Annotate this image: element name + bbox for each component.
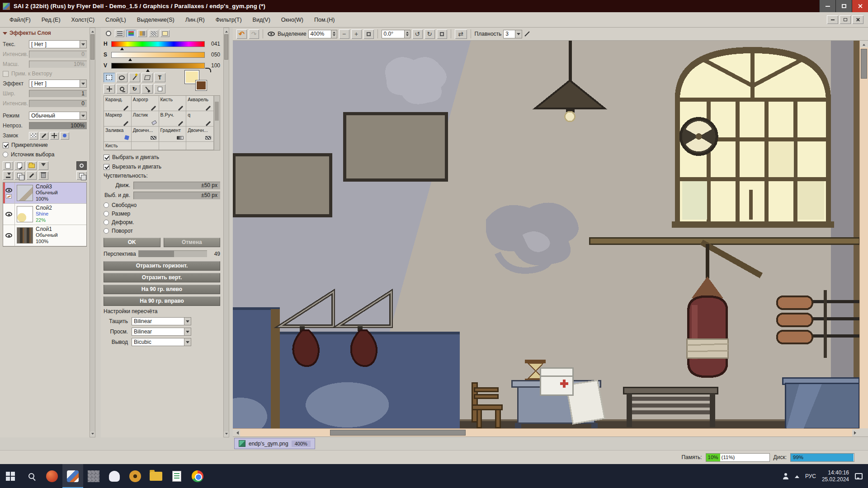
language-indicator[interactable]: РУС bbox=[805, 473, 816, 479]
swatches-tab[interactable] bbox=[149, 30, 158, 37]
view-resample-select[interactable]: Bilinear bbox=[132, 328, 191, 336]
saturation-slider[interactable] bbox=[111, 52, 205, 58]
secondary-color-swatch[interactable] bbox=[196, 80, 207, 90]
menu-layer[interactable]: Слой(L) bbox=[100, 15, 131, 25]
taskbar-app-explorer[interactable] bbox=[146, 464, 166, 488]
canvas-horizontal-scrollbar[interactable] bbox=[233, 428, 859, 436]
close-button[interactable] bbox=[852, 0, 868, 12]
hue-slider[interactable] bbox=[111, 41, 205, 47]
swap-colors-icon[interactable] bbox=[205, 68, 211, 72]
rotate-tool-button[interactable]: ↻ bbox=[129, 84, 140, 94]
taskbar-app-editor[interactable] bbox=[83, 464, 104, 488]
effect-select[interactable]: [ Нет ] bbox=[29, 80, 87, 88]
undo-button[interactable]: ↶ bbox=[236, 29, 247, 39]
canvas-artwork[interactable] bbox=[233, 41, 859, 428]
merge-down-button[interactable] bbox=[3, 171, 13, 180]
flip-horizontal-button[interactable]: Отразить горизонт. bbox=[104, 261, 220, 271]
menu-view[interactable]: Вид(V) bbox=[248, 15, 275, 25]
marquee-tool-button[interactable] bbox=[104, 73, 115, 82]
selmove-sensitivity-field[interactable]: ±50 px bbox=[133, 192, 220, 199]
canvas-viewport[interactable] bbox=[233, 41, 859, 428]
zoom-out-button[interactable]: − bbox=[339, 29, 349, 39]
tool-airbrush[interactable]: Аэрогр bbox=[132, 96, 159, 111]
tool-binary-1[interactable]: Двоичн... bbox=[132, 127, 159, 142]
layer-options-button[interactable] bbox=[76, 171, 87, 180]
tool-pencil[interactable]: Каранд. bbox=[104, 96, 132, 111]
scrollbar-thumb[interactable] bbox=[90, 34, 94, 60]
lock-move-button[interactable] bbox=[50, 132, 59, 140]
taskbar-app-media[interactable] bbox=[125, 464, 146, 488]
free-transform-radio[interactable] bbox=[104, 202, 109, 208]
tool-brush-2[interactable]: Кисть bbox=[104, 142, 132, 150]
layer-thumbnail[interactable] bbox=[17, 206, 33, 222]
scroll-up-arrow[interactable] bbox=[224, 28, 229, 33]
start-button[interactable] bbox=[0, 464, 21, 488]
tool-watercolor[interactable]: Акварель bbox=[186, 96, 214, 111]
layer-visibility-cell[interactable] bbox=[3, 183, 15, 203]
zoom-select[interactable]: 400% bbox=[308, 30, 337, 38]
scroll-left-arrow[interactable] bbox=[233, 429, 240, 436]
cancel-button[interactable]: Отмена bbox=[164, 238, 221, 247]
menu-window[interactable]: Окно(W) bbox=[276, 15, 308, 25]
doc-close-button[interactable] bbox=[852, 15, 863, 24]
selection-visibility-icon[interactable] bbox=[268, 32, 275, 36]
poly-select-tool-button[interactable] bbox=[142, 73, 153, 82]
layer-thumbnail[interactable] bbox=[17, 227, 33, 244]
drag-resample-select[interactable]: Bilinear bbox=[132, 317, 191, 325]
scrollbar-thumb[interactable] bbox=[861, 49, 867, 79]
distort-radio[interactable] bbox=[104, 220, 109, 225]
doc-maximize-button[interactable] bbox=[840, 15, 851, 24]
taskbar-app-sai[interactable] bbox=[62, 464, 83, 488]
rotate-radio[interactable] bbox=[104, 228, 109, 234]
opacity-slider[interactable]: 100% bbox=[29, 122, 87, 129]
tool-q[interactable]: q bbox=[186, 111, 214, 127]
perspective-slider[interactable] bbox=[138, 250, 207, 257]
scale-radio[interactable] bbox=[104, 211, 109, 216]
rotate-ccw-button[interactable]: ↺ bbox=[412, 29, 423, 39]
lock-pencil-button[interactable] bbox=[39, 132, 48, 140]
scrollbar-thumb[interactable] bbox=[224, 34, 228, 60]
zoom-reset-button[interactable] bbox=[363, 29, 374, 39]
scroll-down-arrow[interactable] bbox=[90, 432, 95, 437]
tool-panel-scrollbar[interactable] bbox=[223, 28, 229, 437]
selection-source-radio[interactable] bbox=[3, 152, 8, 157]
redo-button[interactable]: ↷ bbox=[249, 29, 259, 39]
apply-to-vector-checkbox[interactable] bbox=[3, 71, 9, 77]
duplicate-layer-button[interactable] bbox=[14, 171, 25, 180]
move-sensitivity-field[interactable]: ±50 px bbox=[133, 182, 220, 189]
menu-edit[interactable]: Ред.(E) bbox=[37, 15, 66, 25]
scroll-down-arrow[interactable] bbox=[224, 432, 229, 437]
people-icon[interactable] bbox=[783, 473, 789, 479]
layer-panel-scrollbar[interactable] bbox=[90, 28, 95, 437]
cut-and-move-checkbox[interactable] bbox=[104, 164, 109, 170]
lock-transparency-button[interactable] bbox=[29, 132, 38, 140]
tool-waterbrush[interactable]: В.Руч. bbox=[159, 111, 187, 127]
output-resample-select[interactable]: Bicubic bbox=[132, 338, 191, 346]
scroll-up-arrow[interactable] bbox=[90, 28, 95, 33]
rotate-cw-button[interactable]: ↻ bbox=[425, 29, 435, 39]
effects-header[interactable]: Эффекты Слоя bbox=[3, 30, 87, 37]
minimize-button[interactable] bbox=[819, 0, 835, 12]
angle-reset-button[interactable] bbox=[437, 29, 447, 39]
color-mixer-tab[interactable] bbox=[137, 30, 147, 37]
taskbar-app-chrome[interactable] bbox=[187, 464, 208, 488]
clear-layer-button[interactable] bbox=[26, 171, 37, 180]
rotate-90-left-button[interactable]: На 90 гр. влево bbox=[104, 285, 220, 294]
taskbar-app-notes[interactable] bbox=[166, 464, 187, 488]
menu-file[interactable]: Файл(F) bbox=[5, 15, 36, 25]
new-folder-button[interactable] bbox=[26, 161, 37, 170]
flip-view-button[interactable]: ⇄ bbox=[455, 29, 467, 39]
taskbar-app-chat[interactable] bbox=[104, 464, 125, 488]
layer-item-1[interactable]: Слой1Обычный100% bbox=[3, 225, 86, 246]
tool-fill[interactable]: Заливка bbox=[104, 127, 132, 142]
layer-thumbnail[interactable] bbox=[17, 185, 33, 201]
tool-marker[interactable]: Маркер bbox=[104, 111, 132, 127]
eyedropper-tool-button[interactable] bbox=[142, 84, 153, 94]
layer-item-2[interactable]: Слой2Shine22% bbox=[3, 204, 86, 225]
menu-selection[interactable]: Выделение(S) bbox=[132, 15, 179, 25]
doc-minimize-button[interactable] bbox=[827, 15, 838, 24]
clipping-checkbox[interactable] bbox=[3, 142, 9, 148]
clock[interactable]: 14:40:16 25.02.2024 bbox=[822, 469, 849, 483]
rotate-90-right-button[interactable]: На 90 гр. вправо bbox=[104, 296, 220, 306]
new-vector-layer-button[interactable] bbox=[14, 161, 25, 170]
